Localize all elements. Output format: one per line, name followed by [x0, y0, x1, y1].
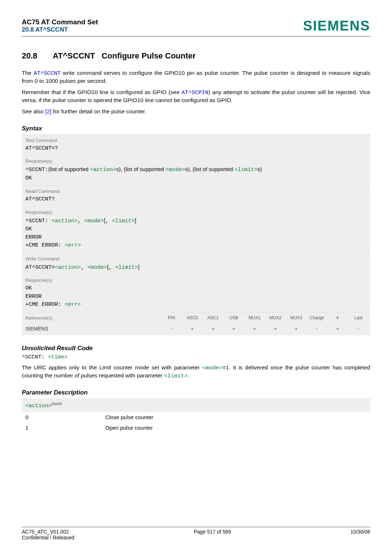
read-command-block: Read Command AT^SCCNT? Response(s) ^SCCN…: [22, 185, 370, 253]
response-label: Response(s): [22, 207, 370, 216]
cme-prefix: +CME ERROR:: [25, 301, 65, 308]
write-response: OK ERROR +CME ERROR: <err>: [22, 284, 370, 312]
val-asc0: +: [182, 326, 203, 332]
cmd-link-sccnt[interactable]: AT^SCCNT: [34, 70, 61, 77]
cmd-link-scpin[interactable]: AT^SCPIN: [181, 89, 208, 96]
col-pin: PIN: [161, 315, 182, 321]
read-command-label: Read Command: [22, 186, 370, 195]
param-mode[interactable]: <mode>: [87, 264, 107, 271]
response-label: Response(s): [22, 275, 370, 284]
intro-p1: The AT^SCCNT write command serves to con…: [22, 69, 370, 85]
error: ERROR: [25, 234, 42, 240]
reference-label: Reference(s): [22, 312, 160, 324]
col-asc0: ASC0: [182, 315, 203, 321]
text: s), (list of supported: [116, 166, 166, 172]
reference-siemens: SIEMENS: [22, 324, 160, 335]
intro-p2: Remember that if the GPIO10 line is conf…: [22, 89, 370, 104]
ok: OK: [25, 175, 32, 181]
param-mode[interactable]: <mode>: [202, 365, 222, 371]
response-label: Response(s): [22, 155, 370, 165]
param-time[interactable]: <time>: [48, 354, 68, 360]
text: write command serves to configure the GP…: [22, 70, 370, 84]
param-key: 1: [25, 425, 105, 431]
text: .: [188, 372, 189, 378]
reference-header-row: Reference(s) PIN ASC0 ASC1 USB MUX1 MUX2…: [22, 312, 370, 324]
param-limit[interactable]: <limit>: [115, 264, 138, 271]
param-desc-heading: Parameter Description: [22, 389, 370, 396]
ref-link-2[interactable]: [2]: [45, 108, 52, 114]
text: AT^SCCNT=: [25, 264, 55, 271]
text: See also: [22, 108, 45, 114]
val-charge: -: [306, 326, 327, 332]
urc-code: ^SCCNT: <time>: [22, 354, 370, 360]
section-cmd: AT^SCCNT: [53, 51, 95, 60]
text: ,: [105, 218, 112, 224]
param-row-1: 1 Open pulse counter: [22, 422, 370, 433]
col-mux2: MUX2: [265, 315, 286, 321]
ok: OK: [25, 226, 32, 232]
val-mux3: +: [286, 326, 306, 332]
col-last: Last: [348, 315, 369, 321]
text: s): [257, 166, 262, 172]
param-limit[interactable]: <limit>: [112, 218, 135, 224]
val-pin: -: [161, 326, 182, 332]
text: ,: [78, 218, 84, 224]
param-mode[interactable]: <mode>: [84, 218, 104, 224]
param-limit[interactable]: <limit>: [234, 167, 257, 173]
doc-subtitle: 20.8 AT^SCCNT: [22, 26, 98, 33]
write-command-code: AT^SCCNT=<action>, <mode>[, <limit>]: [22, 263, 370, 275]
brand-logo: SIEMENS: [303, 18, 370, 34]
param-row-0: 0 Close pulse counter: [22, 412, 370, 422]
text: ]: [135, 217, 136, 223]
section-number: 20.8: [22, 51, 51, 61]
syntax-heading: Syntax: [22, 125, 370, 132]
param-limit[interactable]: <limit>: [164, 373, 188, 379]
param-action[interactable]: <action>: [55, 264, 81, 271]
val-usb: +: [224, 326, 244, 332]
cme-prefix: +CME ERROR:: [25, 242, 65, 248]
text: ^SCCNT:: [25, 167, 48, 173]
param-action[interactable]: <action>: [52, 218, 78, 224]
val-last: -: [348, 326, 369, 332]
intro-p3: See also [2] for further detail on the p…: [22, 108, 370, 116]
section-heading: 20.8 AT^SCCNT Configure Pulse Counter: [22, 51, 370, 61]
col-asc1: ASC1: [203, 315, 223, 321]
param-err[interactable]: <err>: [65, 242, 81, 248]
val-mux1: +: [244, 326, 265, 332]
section-name: Configure Pulse Counter: [102, 51, 196, 60]
text: ^SCCNT:: [22, 354, 48, 360]
test-command-code: AT^SCCNT=?: [22, 145, 370, 156]
read-command-code: AT^SCCNT?: [22, 195, 370, 207]
text: (list of supported: [48, 166, 90, 172]
col-mux3: MUX3: [286, 315, 306, 321]
text: s), (list of supported: [185, 166, 234, 172]
param-value: Close pulse counter: [105, 414, 367, 420]
text: ^SCCNT:: [25, 218, 52, 224]
param-action-name: <action>: [25, 403, 52, 409]
footer-page: Page 517 of 569: [194, 529, 231, 540]
param-value: Open pulse counter: [105, 425, 367, 431]
write-command-label: Write Command: [22, 253, 370, 263]
error: ERROR: [25, 293, 42, 300]
param-err[interactable]: <err>: [65, 301, 81, 308]
write-command-block: Write Command AT^SCCNT=<action>, <mode>[…: [22, 253, 370, 312]
page-footer: AC75_ATC_V01.002 Confidential / Released…: [22, 527, 370, 540]
read-response: ^SCCNT: <action>, <mode>[, <limit>] OK E…: [22, 216, 370, 253]
urc-desc: The URC applies only to the Limit counte…: [22, 364, 370, 380]
test-command-block: Test Command AT^SCCNT=? Response(s) ^SCC…: [22, 134, 370, 186]
text: ]: [138, 264, 139, 270]
test-response: ^SCCNT:(list of supported <action>s), (l…: [22, 165, 370, 185]
text: for further detail on the pulse counter.: [52, 108, 146, 114]
text: ,: [109, 264, 115, 271]
footer-confidential: Confidential / Released: [22, 535, 74, 540]
test-command-label: Test Command: [22, 135, 370, 145]
param-action-header: <action>(num): [22, 398, 370, 412]
col-mux1: MUX1: [244, 315, 265, 321]
param-mode[interactable]: <mode>: [166, 167, 185, 173]
col-usb: USB: [224, 315, 244, 321]
param-action[interactable]: <action>: [90, 167, 116, 173]
doc-title: AC75 AT Command Set: [22, 18, 98, 26]
ok: OK: [25, 285, 32, 291]
text: The: [22, 70, 34, 76]
val-asc1: +: [203, 326, 223, 332]
